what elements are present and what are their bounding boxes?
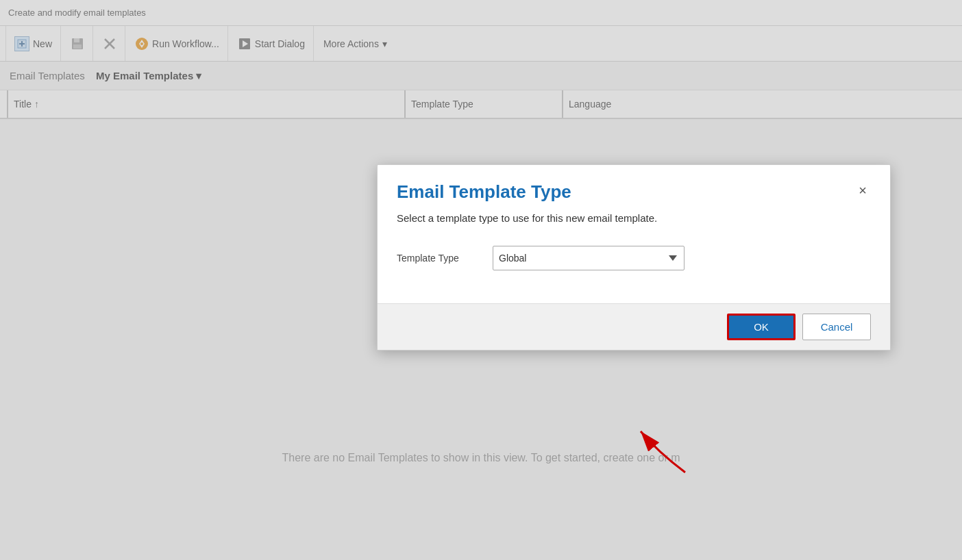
dialog-title: Email Template Type [397, 181, 571, 203]
template-type-field: Template Type Global Account Contact Lea… [397, 246, 871, 270]
dialog-body: Select a template type to use for this n… [378, 211, 890, 303]
template-type-select[interactable]: Global Account Contact Lead Opportunity … [493, 246, 684, 270]
dialog-close-button[interactable]: × [854, 181, 871, 200]
ok-button[interactable]: OK [727, 314, 796, 340]
dialog-description: Select a template type to use for this n… [397, 211, 780, 227]
template-type-label: Template Type [397, 253, 479, 264]
dialog-header: Email Template Type × [378, 165, 890, 211]
cancel-button[interactable]: Cancel [802, 314, 871, 340]
email-template-type-dialog: Email Template Type × Select a template … [377, 164, 891, 351]
dialog-footer: OK Cancel [378, 303, 890, 350]
